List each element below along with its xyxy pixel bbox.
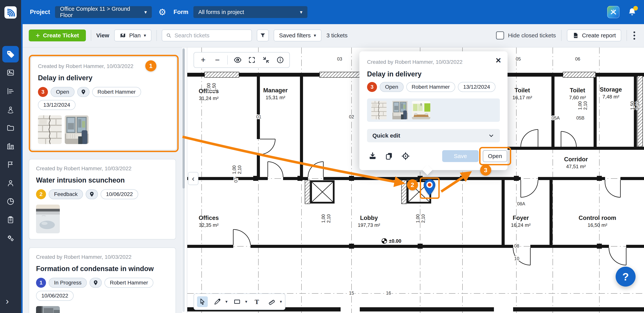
sidebar-expand-chevron[interactable]: › [6,297,9,306]
due-date-pill[interactable]: 13/12/2024 [38,100,76,110]
thumb-office-window[interactable] [391,101,409,119]
download-icon[interactable] [368,152,377,161]
ticket-card[interactable]: Created by Robert Hammer, 10/03/2022 Wat… [29,159,176,240]
thumb-brick-wall-crack[interactable] [370,101,388,119]
axis-label: 10 [514,256,520,261]
due-date-pill[interactable]: 10/06/2022 [36,291,74,301]
room-area: 16,24 m² [511,222,531,228]
ai-x-icon [609,8,618,16]
divider [626,30,627,41]
due-date-pill[interactable]: 13/12/2024 [458,82,496,92]
help-button[interactable]: ? [616,267,636,287]
sidebar-item-forms[interactable] [6,216,15,224]
axis-label: 05A [552,115,560,120]
sidebar-item-statistics[interactable] [6,197,15,206]
more-options-kebab[interactable] [632,30,636,41]
sidebar-item-milestones[interactable] [6,160,15,169]
zoom-in-button[interactable]: + [199,56,208,64]
open-button[interactable]: Open [483,150,507,162]
sidebar-item-reports[interactable] [6,87,15,95]
project-settings-gear-icon[interactable]: ⚙ [158,7,166,17]
axis-label: 08 [514,243,520,249]
location-pill[interactable] [77,87,90,97]
ticket-map-pin[interactable] [423,179,436,196]
hide-closed-label[interactable]: Hide closed tickets [508,32,556,39]
sidebar-item-dashboard[interactable] [6,31,15,39]
status-pill[interactable]: Feedback [49,189,83,199]
sidebar-item-site-staff[interactable] [6,105,15,114]
status-pill[interactable]: Open [50,87,74,97]
measure-tool-caret[interactable]: ▾ [280,299,282,304]
sidebar-item-settings[interactable] [6,234,15,242]
search-box [162,29,252,41]
filter-button[interactable] [257,29,269,41]
location-pill[interactable] [86,189,98,199]
assignee-pill[interactable]: Robert Hammer [406,82,455,92]
due-date-pill[interactable]: 10/06/2022 [100,189,138,199]
ticket-count: 3 tickets [326,32,348,39]
saved-filters-dropdown[interactable]: Saved filters ▾ [274,29,322,41]
select-tool-button[interactable] [197,296,208,307]
sidebar-item-projects[interactable] [6,142,15,150]
list-scrollbar[interactable] [182,48,185,312]
close-icon[interactable]: × [496,55,501,66]
axis-label: 05B [576,115,584,120]
sidebar-item-tickets[interactable] [2,46,19,62]
priority-badge: 3 [38,87,48,97]
ticket-title: Delay in delivery [38,74,170,82]
priority-badge: 1 [36,278,46,288]
status-pill[interactable]: Open [380,82,404,92]
form-selector[interactable]: All forms in project ▾ [194,6,308,18]
search-input[interactable] [174,32,248,39]
collapse-panel-tab[interactable]: ‹ [188,172,198,185]
project-selector[interactable]: Office Complex 11 > Ground Floor ▾ [55,6,152,18]
measure-tool-button[interactable] [266,296,277,307]
text-tool-button[interactable]: T [252,296,262,307]
plan-info-button[interactable] [276,56,284,64]
dimension-label: 2,10 [635,101,640,110]
copy-icon[interactable] [385,152,394,161]
view-mode-dropdown[interactable]: Plan ▾ [114,29,152,41]
shape-tool-button[interactable] [232,296,242,307]
dimension-label: 1,00 [321,214,326,223]
visibility-button[interactable] [234,56,242,64]
locate-target-icon[interactable] [401,152,410,161]
list-scrollbar-thumb[interactable] [182,49,185,189]
project-selector-value: Office Complex 11 > Ground Floor [60,6,138,18]
location-pill[interactable] [90,278,102,288]
thumb-office-window[interactable] [65,115,88,144]
fullscreen-button[interactable] [248,56,256,64]
dimension-label: 2,10 [237,166,242,174]
sidebar-item-users[interactable] [6,179,15,187]
assignee-pill[interactable]: Robert Hammer [92,87,141,97]
thumb-window-condensation[interactable] [36,306,60,313]
ai-assistant-button[interactable] [607,6,620,18]
save-button[interactable]: Save [442,150,478,162]
svg-text:T: T [255,298,259,305]
assignee-pill[interactable]: Robert Hammer [104,278,153,288]
thumb-brick-wall-crack[interactable] [38,115,62,144]
pen-tool-caret[interactable]: ▾ [226,299,228,304]
compress-icon [262,56,270,64]
pen-tool-button[interactable] [212,296,223,307]
create-ticket-button[interactable]: + Create Ticket [29,29,86,41]
fit-to-screen-button[interactable] [262,56,270,64]
notifications-bell[interactable] [627,7,637,17]
create-report-button[interactable]: PDF Create report [567,29,621,41]
ticket-created-meta: Created by Robert Hammer, 10/03/2022 [36,166,169,172]
ticket-card[interactable]: Created by Robert Hammer, 10/03/2022 For… [29,248,176,313]
status-pill[interactable]: In Progress [49,278,87,288]
shape-tool-caret[interactable]: ▾ [245,299,247,304]
planradar-logo[interactable] [4,6,17,18]
hide-closed-checkbox[interactable] [496,31,504,39]
zoom-out-button[interactable]: − [213,56,222,64]
thumb-meeting-room[interactable] [412,101,430,119]
quick-edit-accordion[interactable]: Quick edit [367,129,500,142]
ticket-card[interactable]: Created by Robert Hammer, 10/03/2022 Del… [31,57,177,150]
thumb-water-puddle[interactable] [36,205,60,233]
sidebar-accent-divider [21,24,22,313]
sidebar-item-plans[interactable] [6,68,15,77]
funnel-icon [260,32,266,39]
dimension-label: 2,10 [326,214,331,223]
sidebar-item-documents[interactable] [6,124,15,132]
